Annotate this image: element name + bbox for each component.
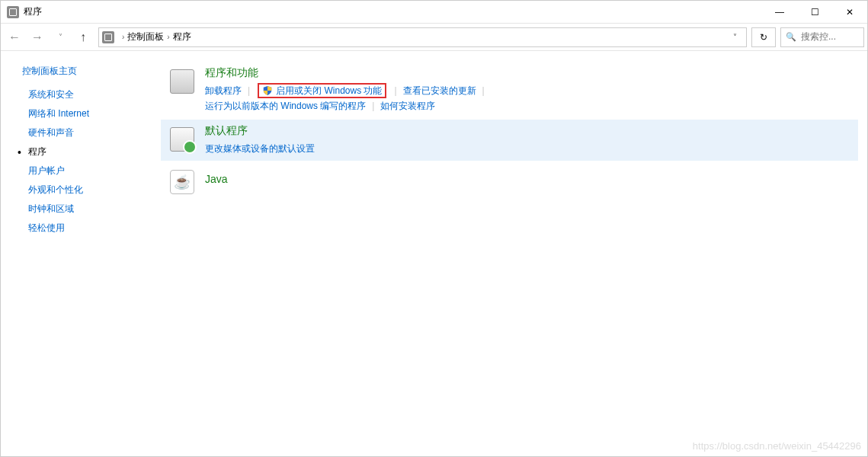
defaults-icon [167, 124, 197, 155]
link-uninstall[interactable]: 卸载程序 [205, 83, 242, 98]
sidebar: 控制面板主页 系统和安全 网络和 Internet 硬件和声音 程序 用户帐户 … [1, 51, 161, 456]
titlebar: 程序 — ☐ ✕ [1, 1, 867, 24]
breadcrumb-seg-1[interactable]: 控制面板 [127, 30, 164, 43]
link-media-defaults[interactable]: 更改媒体或设备的默认设置 [205, 141, 315, 156]
back-button[interactable]: ← [4, 27, 25, 48]
app-icon [7, 6, 19, 18]
chevron-right-icon: › [119, 33, 127, 41]
up-button[interactable]: ↑ [72, 27, 94, 48]
programs-icon [167, 66, 197, 97]
link-view-updates[interactable]: 查看已安装的更新 [403, 83, 476, 98]
defaults-title[interactable]: 默认程序 [205, 124, 852, 138]
sidebar-item-system[interactable]: 系统和安全 [28, 88, 161, 101]
window: 程序 — ☐ ✕ ← → ˅ ↑ › 控制面板 › 程序 ˅ ↻ 🔍 搜索控..… [0, 0, 868, 457]
search-icon: 🔍 [786, 32, 796, 42]
address-icon [102, 31, 114, 43]
close-button[interactable]: ✕ [832, 1, 867, 24]
programs-title[interactable]: 程序和功能 [205, 66, 852, 80]
sidebar-item-users[interactable]: 用户帐户 [28, 165, 161, 177]
forward-button[interactable]: → [27, 27, 48, 48]
section-java: ☕ Java [161, 162, 858, 202]
chevron-right-icon: › [164, 33, 172, 41]
link-how-install[interactable]: 如何安装程序 [380, 98, 435, 113]
address-dropdown[interactable]: ˅ [726, 33, 743, 41]
section-defaults[interactable]: 默认程序 更改媒体或设备的默认设置 [161, 120, 858, 161]
window-title: 程序 [24, 5, 42, 18]
sidebar-item-ease[interactable]: 轻松使用 [28, 222, 161, 235]
main: 程序和功能 卸载程序 | 启用或关闭 Windows 功能 | 查看已安装的更新… [161, 51, 867, 456]
java-title[interactable]: Java [205, 173, 852, 185]
sidebar-item-network[interactable]: 网络和 Internet [28, 107, 161, 120]
sidebar-item-programs[interactable]: 程序 [28, 145, 161, 158]
search-input[interactable]: 🔍 搜索控... [780, 27, 864, 47]
sidebar-item-hardware[interactable]: 硬件和声音 [28, 126, 161, 139]
link-compat[interactable]: 运行为以前版本的 Windows 编写的程序 [205, 98, 366, 113]
recent-dropdown[interactable]: ˅ [50, 27, 71, 48]
search-placeholder: 搜索控... [801, 30, 836, 43]
address-bar[interactable]: › 控制面板 › 程序 ˅ [98, 27, 747, 47]
sidebar-item-appearance[interactable]: 外观和个性化 [28, 184, 161, 197]
body: 控制面板主页 系统和安全 网络和 Internet 硬件和声音 程序 用户帐户 … [1, 51, 867, 456]
breadcrumb-seg-2[interactable]: 程序 [173, 30, 191, 43]
highlight-box: 启用或关闭 Windows 功能 [258, 83, 386, 98]
section-programs: 程序和功能 卸载程序 | 启用或关闭 Windows 功能 | 查看已安装的更新… [161, 62, 858, 118]
sidebar-heading[interactable]: 控制面板主页 [22, 65, 161, 78]
java-icon: ☕ [167, 167, 197, 197]
shield-icon [262, 85, 273, 96]
link-windows-features[interactable]: 启用或关闭 Windows 功能 [276, 83, 382, 98]
refresh-button[interactable]: ↻ [751, 27, 776, 47]
navbar: ← → ˅ ↑ › 控制面板 › 程序 ˅ ↻ 🔍 搜索控... [1, 24, 867, 51]
maximize-button[interactable]: ☐ [797, 1, 832, 24]
minimize-button[interactable]: — [762, 1, 797, 24]
sidebar-item-clock[interactable]: 时钟和区域 [28, 203, 161, 216]
